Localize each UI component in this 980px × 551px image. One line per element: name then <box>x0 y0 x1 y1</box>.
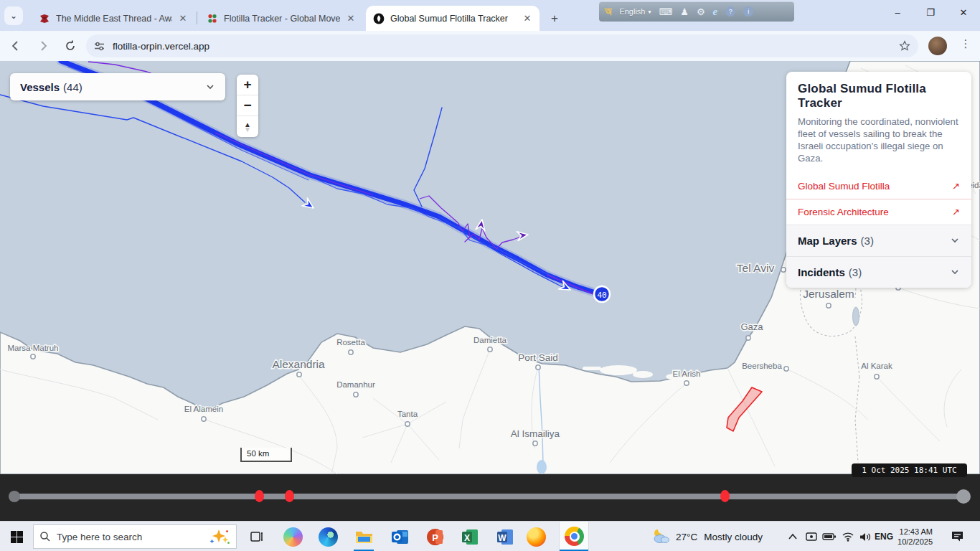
figure-icon[interactable]: ♟ <box>680 6 689 17</box>
vessel-cluster-badge[interactable]: 40 <box>594 286 610 302</box>
map-canvas[interactable]: 40 Marsa MatruhAlexandriaRosettaDamanhur… <box>0 61 980 474</box>
city-label: Alexandria <box>272 358 325 370</box>
compass-button[interactable]: ▲ ▼ <box>237 116 258 137</box>
profile-avatar[interactable] <box>928 37 947 55</box>
windows-logo-icon <box>11 531 23 543</box>
bookmark-star-icon[interactable] <box>898 39 911 52</box>
tab-favicon-droplet-icon <box>373 13 385 24</box>
tray-expand-button[interactable] <box>783 522 802 551</box>
section-incidents[interactable]: Incidents (3) <box>786 256 971 288</box>
close-button[interactable]: ✕ <box>947 0 980 24</box>
word-button[interactable]: W <box>495 522 515 551</box>
restore-button[interactable]: ❐ <box>914 0 947 24</box>
keyboard-icon[interactable]: ⌨ <box>659 6 672 17</box>
bing-sparkle-icon <box>209 528 230 545</box>
powerpoint-button[interactable]: P <box>425 522 445 551</box>
wifi-icon <box>842 532 854 542</box>
minimize-button[interactable]: – <box>881 0 914 24</box>
tray-battery-button[interactable] <box>821 522 838 551</box>
city-marker <box>405 422 410 426</box>
action-center-button[interactable] <box>947 522 967 551</box>
tab-global-sumud-tracker-active[interactable]: Global Sumud Flotilla Tracker ✕ <box>366 6 540 31</box>
city-label: Rosetta <box>336 338 365 347</box>
task-view-button[interactable] <box>247 522 267 551</box>
section-count: (3) <box>861 235 874 247</box>
vessels-dropdown[interactable]: Vessels (44) <box>10 73 225 100</box>
outlook-icon <box>390 527 410 547</box>
city-marker <box>488 347 492 352</box>
tray-cast-button[interactable] <box>803 522 820 551</box>
weather-temp: 27°C <box>676 532 697 542</box>
tab-title: Global Sumud Flotilla Tracker <box>390 14 517 24</box>
timeline-handle[interactable] <box>956 489 971 504</box>
help-icon[interactable]: ? <box>725 6 735 17</box>
tab-search-button[interactable]: ⌄ <box>4 6 23 25</box>
browser-titlebar: ⌄ The Middle East Thread - Away ✕ Flotil… <box>0 0 980 31</box>
tray-wifi-button[interactable] <box>839 522 857 551</box>
zoom-out-button[interactable]: − <box>237 95 258 116</box>
info-icon[interactable]: i <box>743 6 753 17</box>
firefox-icon <box>527 527 546 547</box>
language-toolbar[interactable]: অ English ▾ ⌨ ♟ ⚙ e ? i <box>599 1 794 22</box>
clock-date: 10/2/2025 <box>897 537 933 547</box>
task-view-icon <box>250 529 264 544</box>
vessels-count: (44) <box>63 81 83 93</box>
svg-text:X: X <box>463 532 469 542</box>
excel-button[interactable]: X <box>460 522 480 551</box>
outlook-button[interactable] <box>390 522 410 551</box>
tracker-info-panel: Global Sumud Flotilla Tracker Monitoring… <box>786 72 971 288</box>
timeline-incident-marker[interactable] <box>255 490 264 502</box>
omnibox[interactable]: flotilla-orpin.vercel.app <box>86 34 918 57</box>
timeline-incident-marker[interactable] <box>720 490 730 502</box>
panel-description: Monitoring the coordinated, nonviolent f… <box>798 116 960 165</box>
tab-middle-east-thread[interactable]: The Middle East Thread - Away ✕ <box>32 6 195 31</box>
external-link-arrow-icon: ↗ <box>952 207 960 217</box>
file-explorer-button[interactable] <box>354 522 374 551</box>
language-selector[interactable]: English <box>619 7 645 16</box>
gear-icon[interactable]: ⚙ <box>697 6 705 17</box>
reload-button[interactable] <box>59 34 82 57</box>
city-marker <box>784 367 788 371</box>
new-tab-button[interactable]: + <box>545 9 564 28</box>
tab-close-icon[interactable]: ✕ <box>176 12 189 25</box>
timeline-start-handle[interactable] <box>9 491 20 502</box>
window-controls: – ❐ ✕ <box>881 0 980 24</box>
link-forensic-architecture[interactable]: Forensic Architecture ↗ <box>786 199 971 225</box>
back-button[interactable] <box>4 34 27 57</box>
section-label: Map Layers <box>798 235 857 247</box>
tab-close-icon[interactable]: ✕ <box>344 12 357 25</box>
svg-text:W: W <box>498 532 507 542</box>
language-caret-icon: ▾ <box>648 9 651 15</box>
blue-arrow-icon <box>302 198 316 212</box>
copilot-button[interactable] <box>283 522 303 551</box>
city-marker <box>536 365 540 369</box>
forward-button[interactable] <box>32 34 55 57</box>
weather-condition: Mostly cloudy <box>704 532 763 542</box>
weather-widget[interactable]: 27°C Mostly cloudy <box>651 522 763 551</box>
taskbar-search-input[interactable]: Type here to search <box>33 524 237 549</box>
timeline-track[interactable] <box>10 494 965 499</box>
tab-close-icon[interactable]: ✕ <box>521 12 534 25</box>
start-button[interactable] <box>6 522 27 551</box>
edge-button[interactable] <box>318 522 338 551</box>
zoom-in-button[interactable]: + <box>237 75 258 95</box>
browser-menu-kebab-icon[interactable]: ⋮ <box>960 37 971 50</box>
timeline-incident-marker[interactable] <box>285 490 294 502</box>
external-link-arrow-icon: ↗ <box>952 181 960 192</box>
city-marker <box>202 417 206 421</box>
script-letter-icon[interactable]: অ <box>605 5 611 18</box>
edge-icon <box>319 527 338 547</box>
link-label: Global Sumud Flotilla <box>798 181 890 192</box>
section-map-layers[interactable]: Map Layers (3) <box>786 225 971 256</box>
site-settings-tune-icon[interactable] <box>93 40 105 52</box>
link-global-sumud-flotilla[interactable]: Global Sumud Flotilla ↗ <box>786 174 971 199</box>
url-text[interactable]: flotilla-orpin.vercel.app <box>113 41 898 52</box>
tab-flotilla-tracker[interactable]: Flotilla Tracker - Global Movem ✕ <box>199 6 363 31</box>
tray-volume-button[interactable] <box>857 522 874 551</box>
back-arrow-icon <box>9 39 22 52</box>
firefox-button[interactable] <box>526 522 546 551</box>
city-marker <box>297 372 301 377</box>
chrome-button-active[interactable] <box>559 522 589 551</box>
taskbar-clock[interactable]: 12:43 AM 10/2/2025 <box>888 522 933 551</box>
browser-e-icon[interactable]: e <box>713 6 718 18</box>
